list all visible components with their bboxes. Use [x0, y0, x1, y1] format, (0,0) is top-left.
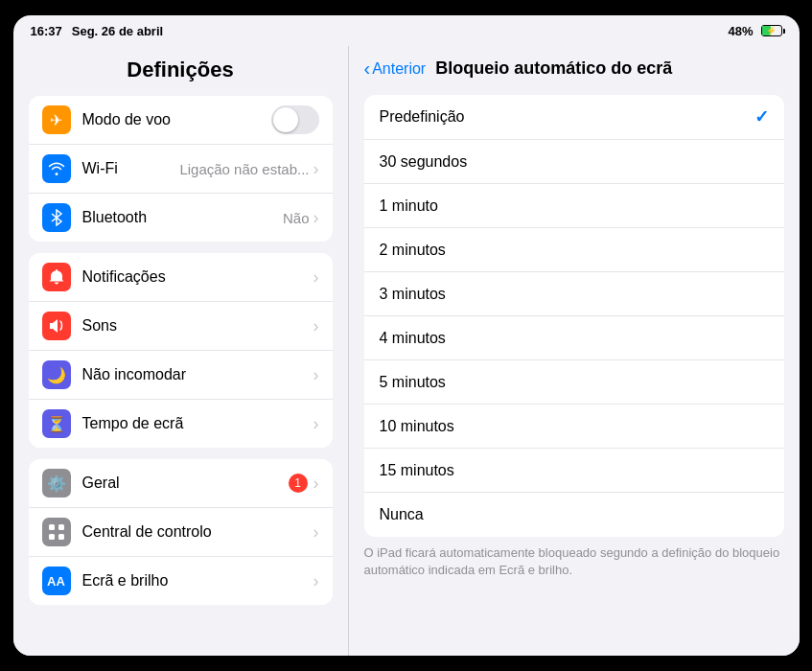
- option-2m[interactable]: 2 minutos: [364, 228, 784, 272]
- chevron-icon: [313, 365, 319, 385]
- settings-title: Definições: [13, 46, 348, 90]
- option-30s-label: 30 segundos: [380, 153, 769, 171]
- option-15m[interactable]: 15 minutos: [364, 449, 784, 493]
- auto-lock-options-group: Predefinição ✓ 30 segundos 1 minuto 2 mi…: [364, 95, 784, 537]
- dnd-icon: 🌙: [42, 360, 71, 389]
- date-display: Seg. 26 de abril: [72, 24, 163, 38]
- sidebar-item-bluetooth[interactable]: Bluetooth Não: [29, 194, 333, 242]
- wifi-icon: [42, 154, 71, 183]
- right-header: ‹ Anterior Bloqueio automático do ecrã: [349, 46, 800, 91]
- svg-rect-2: [49, 534, 55, 540]
- sidebar-item-control-center[interactable]: Central de controlo: [29, 508, 333, 557]
- option-default-label: Predefinição: [380, 108, 754, 126]
- battery-bolt-icon: ⚡: [766, 26, 777, 35]
- sidebar-item-display[interactable]: AA Ecrã e brilho: [29, 557, 333, 605]
- chevron-icon: [313, 522, 319, 543]
- wifi-value: Ligação não estab...: [179, 161, 309, 177]
- chevron-icon: [313, 267, 319, 288]
- sidebar-item-airplane[interactable]: ✈ Modo de voo: [29, 96, 333, 145]
- general-badge: 1: [289, 474, 308, 493]
- bluetooth-label: Bluetooth: [82, 209, 283, 226]
- sidebar-item-notifications[interactable]: Notificações: [29, 253, 333, 302]
- svg-rect-0: [49, 524, 55, 530]
- wifi-label: Wi-Fi: [82, 160, 180, 177]
- sidebar-item-screentime[interactable]: ⏳ Tempo de ecrã: [29, 400, 333, 448]
- option-3m[interactable]: 3 minutos: [364, 272, 784, 316]
- right-panel-title: Bloqueio automático do ecrã: [435, 58, 672, 79]
- option-4m[interactable]: 4 minutos: [364, 316, 784, 360]
- dnd-label: Não incomodar: [82, 366, 313, 383]
- sidebar-item-dnd[interactable]: 🌙 Não incomodar: [29, 351, 333, 400]
- chevron-icon: [313, 414, 319, 434]
- sidebar-item-wifi[interactable]: Wi-Fi Ligação não estab...: [29, 145, 333, 194]
- sounds-label: Sons: [82, 317, 313, 335]
- control-center-icon: [42, 518, 71, 546]
- notifications-icon: [42, 263, 71, 291]
- check-mark-icon: ✓: [754, 106, 769, 127]
- chevron-icon: [313, 316, 319, 336]
- chevron-icon: [313, 159, 319, 179]
- time-display: 16:37: [31, 24, 62, 38]
- notifications-label: Notificações: [82, 268, 313, 286]
- control-center-label: Central de controlo: [82, 523, 313, 541]
- screentime-icon: ⏳: [42, 409, 71, 438]
- chevron-icon: [313, 474, 319, 494]
- connectivity-group: ✈ Modo de voo Wi-Fi Lig: [29, 96, 333, 242]
- back-chevron-icon: ‹: [364, 58, 371, 80]
- bluetooth-icon: [42, 203, 71, 232]
- status-bar: 16:37 Seg. 26 de abril 48% ⚡: [13, 15, 800, 46]
- sidebar-item-general[interactable]: ⚙️ Geral 1: [29, 459, 333, 508]
- info-text: O iPad ficará automaticamente bloqueado …: [364, 544, 784, 579]
- option-10m[interactable]: 10 minutos: [364, 405, 784, 449]
- battery-indicator: ⚡: [761, 25, 782, 36]
- right-panel: ‹ Anterior Bloqueio automático do ecrã P…: [349, 46, 800, 656]
- option-never[interactable]: Nunca: [364, 493, 784, 537]
- system-group: ⚙️ Geral 1 Central de controlo: [29, 459, 333, 605]
- left-panel: Definições ✈ Modo de voo: [13, 46, 349, 656]
- toggle-knob: [273, 107, 298, 132]
- option-1m-label: 1 minuto: [380, 197, 769, 215]
- status-bar-left: 16:37 Seg. 26 de abril: [31, 24, 164, 38]
- option-1m[interactable]: 1 minuto: [364, 184, 784, 228]
- airplane-icon: ✈: [42, 105, 71, 134]
- device-frame: 16:37 Seg. 26 de abril 48% ⚡ Definições …: [13, 15, 800, 656]
- sounds-icon: [42, 312, 71, 340]
- chevron-icon: [313, 571, 319, 591]
- general-label: Geral: [82, 474, 289, 492]
- display-icon: AA: [42, 567, 71, 595]
- svg-rect-1: [58, 524, 64, 530]
- option-5m[interactable]: 5 minutos: [364, 360, 784, 405]
- display-label: Ecrã e brilho: [82, 572, 313, 590]
- option-never-label: Nunca: [380, 506, 769, 523]
- battery-percentage: 48%: [728, 24, 753, 38]
- battery-icon: ⚡: [761, 25, 782, 36]
- option-5m-label: 5 minutos: [380, 374, 769, 391]
- main-content: Definições ✈ Modo de voo: [13, 46, 800, 656]
- general-icon: ⚙️: [42, 469, 71, 497]
- option-30s[interactable]: 30 segundos: [364, 140, 784, 184]
- airplane-toggle[interactable]: [271, 105, 319, 134]
- option-4m-label: 4 minutos: [380, 330, 769, 347]
- option-3m-label: 3 minutos: [380, 286, 769, 303]
- back-label: Anterior: [372, 60, 426, 78]
- svg-rect-3: [58, 534, 64, 540]
- option-15m-label: 15 minutos: [380, 462, 769, 479]
- status-bar-right: 48% ⚡: [728, 24, 781, 38]
- screentime-label: Tempo de ecrã: [82, 415, 313, 432]
- personal-group: Notificações Sons 🌙 Não incomod: [29, 253, 333, 448]
- sidebar-item-sounds[interactable]: Sons: [29, 302, 333, 351]
- option-default[interactable]: Predefinição ✓: [364, 95, 784, 140]
- airplane-label: Modo de voo: [82, 111, 271, 128]
- option-10m-label: 10 minutos: [380, 418, 769, 435]
- bluetooth-value: Não: [283, 210, 310, 226]
- back-button[interactable]: ‹ Anterior: [364, 58, 427, 80]
- option-2m-label: 2 minutos: [380, 242, 769, 259]
- chevron-icon: [313, 208, 319, 228]
